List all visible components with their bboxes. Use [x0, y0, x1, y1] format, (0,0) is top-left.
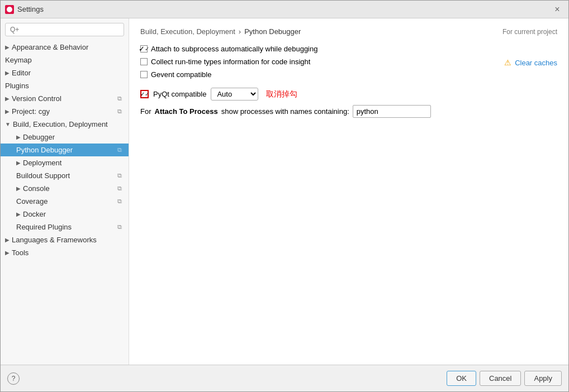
- settings-window: Settings × ▶ Appearance & Behavior Keyma…: [0, 0, 569, 392]
- attach-suffix: show processes with names containing:: [221, 107, 349, 116]
- sidebar-item-label: Appearance & Behavior: [12, 43, 88, 51]
- bottom-bar: ? OK Cancel Apply: [1, 365, 568, 391]
- clear-caches-link[interactable]: Clear caches: [515, 59, 557, 67]
- arrow-icon: ▶: [16, 211, 21, 217]
- window-title: Settings: [17, 5, 551, 13]
- sidebar-item-build-exec-deploy[interactable]: ▼ Build, Execution, Deployment: [1, 118, 129, 131]
- sidebar-item-label: Project: cgy: [12, 107, 50, 116]
- sidebar-item-label: Version Control: [12, 94, 61, 103]
- sidebar-item-coverage[interactable]: Coverage ⧉: [1, 195, 129, 208]
- collect-runtime-row: Collect run-time types information for c…: [140, 58, 317, 66]
- copy-icon: ⧉: [117, 108, 122, 115]
- sidebar-item-deployment[interactable]: ▶ Deployment: [1, 156, 129, 169]
- attach-subprocess-checkbox[interactable]: ✓: [140, 45, 148, 52]
- pyqt-checkbox[interactable]: ✓: [140, 90, 149, 98]
- sidebar-item-label: Docker: [23, 210, 46, 218]
- arrow-icon: ▶: [5, 70, 10, 76]
- sidebar-item-debugger[interactable]: ▶ Debugger: [1, 131, 129, 144]
- help-button[interactable]: ?: [7, 372, 20, 385]
- sidebar-item-label: Debugger: [23, 133, 55, 141]
- clear-caches-container: ⚠ Clear caches: [504, 45, 557, 67]
- sidebar-item-label: Keymap: [5, 56, 32, 64]
- copy-icon: ⧉: [117, 185, 122, 192]
- sidebar-item-label: Tools: [12, 248, 29, 257]
- sidebar-item-tools[interactable]: ▶ Tools: [1, 246, 129, 259]
- arrow-icon: ▶: [5, 108, 10, 114]
- sidebar-item-label: Languages & Frameworks: [12, 236, 97, 244]
- gevent-compatible-row: Gevent compatible: [140, 70, 317, 79]
- attach-subprocess-label[interactable]: ✓ Attach to subprocess automatically whi…: [140, 45, 317, 53]
- sidebar-item-label: Editor: [12, 69, 31, 77]
- breadcrumb: Build, Execution, Deployment › Python De…: [140, 27, 557, 36]
- pyqt-annotation: 取消掉勾: [266, 89, 297, 99]
- ok-button[interactable]: OK: [447, 371, 476, 386]
- sidebar-item-appearance[interactable]: ▶ Appearance & Behavior: [1, 41, 129, 54]
- cancel-button[interactable]: Cancel: [480, 371, 521, 386]
- settings-body: ✓ Attach to subprocess automatically whi…: [140, 45, 557, 356]
- sidebar-item-label: Coverage: [16, 197, 48, 205]
- sidebar-item-label: Buildout Support: [16, 171, 70, 180]
- app-icon: [5, 5, 14, 14]
- gevent-checkbox[interactable]: [140, 71, 148, 78]
- setting-rows-left: ✓ Attach to subprocess automatically whi…: [140, 45, 317, 83]
- pyqt-label: PyQt compatible: [153, 90, 206, 98]
- sidebar-item-label: Plugins: [5, 82, 29, 90]
- sidebar-item-label: Console: [23, 184, 50, 193]
- sidebar-item-buildout-support[interactable]: Buildout Support ⧉: [1, 169, 129, 182]
- collect-runtime-label[interactable]: Collect run-time types information for c…: [140, 58, 310, 66]
- svg-point-0: [7, 7, 12, 12]
- sidebar-item-label: Build, Execution, Deployment: [13, 120, 108, 128]
- gevent-text: Gevent compatible: [151, 70, 211, 79]
- close-button[interactable]: ×: [551, 3, 564, 16]
- arrow-icon: ▼: [5, 121, 11, 127]
- sidebar-item-python-debugger[interactable]: Python Debugger ⧉: [1, 144, 129, 156]
- attach-subprocess-row: ✓ Attach to subprocess automatically whi…: [140, 45, 317, 53]
- arrow-icon: ▶: [16, 185, 21, 192]
- breadcrumb-path1: Build, Execution, Deployment: [140, 27, 235, 36]
- arrow-icon: ▶: [16, 134, 21, 140]
- main-content: ▶ Appearance & Behavior Keymap ▶ Editor …: [1, 18, 568, 365]
- sidebar-item-plugins[interactable]: Plugins: [1, 79, 129, 92]
- sidebar: ▶ Appearance & Behavior Keymap ▶ Editor …: [1, 18, 129, 365]
- copy-icon: ⧉: [117, 146, 122, 154]
- copy-icon: ⧉: [117, 223, 122, 231]
- arrow-icon: ▶: [5, 250, 10, 256]
- search-box: [5, 23, 124, 36]
- sidebar-item-label: Required Plugins: [16, 223, 72, 231]
- sidebar-item-label: Python Debugger: [16, 146, 73, 154]
- search-input[interactable]: [5, 23, 124, 36]
- copy-icon: ⧉: [117, 198, 122, 205]
- sidebar-item-languages-frameworks[interactable]: ▶ Languages & Frameworks: [1, 233, 129, 246]
- sidebar-item-version-control[interactable]: ▶ Version Control ⧉: [1, 92, 129, 105]
- pyqt-compatible-row: ✓ PyQt compatible Auto PyQt4 PyQt5 取消掉勾: [140, 88, 557, 101]
- pyqt-dropdown[interactable]: Auto PyQt4 PyQt5: [211, 88, 258, 101]
- copy-icon: ⧉: [117, 95, 122, 102]
- breadcrumb-current: Python Debugger: [244, 27, 301, 36]
- warning-icon: ⚠: [504, 58, 511, 67]
- for-current-project: For current project: [502, 28, 557, 36]
- arrow-icon: ▶: [5, 237, 10, 243]
- process-name-input[interactable]: [353, 105, 431, 118]
- attach-subprocess-text: Attach to subprocess automatically while…: [151, 45, 317, 53]
- breadcrumb-arrow: ›: [239, 27, 241, 36]
- sidebar-item-keymap[interactable]: Keymap: [1, 54, 129, 66]
- sidebar-item-label: Deployment: [23, 159, 61, 167]
- gevent-label[interactable]: Gevent compatible: [140, 70, 211, 79]
- collect-runtime-checkbox[interactable]: [140, 58, 148, 65]
- sidebar-item-editor[interactable]: ▶ Editor: [1, 66, 129, 79]
- sidebar-item-docker[interactable]: ▶ Docker: [1, 208, 129, 221]
- sidebar-item-required-plugins[interactable]: Required Plugins ⧉: [1, 221, 129, 233]
- collect-runtime-text: Collect run-time types information for c…: [151, 58, 310, 66]
- sidebar-item-project[interactable]: ▶ Project: cgy ⧉: [1, 105, 129, 118]
- apply-button[interactable]: Apply: [524, 371, 562, 386]
- sidebar-item-console[interactable]: ▶ Console ⧉: [1, 182, 129, 195]
- arrow-icon: ▶: [5, 95, 10, 102]
- attach-bold: Attach To Process: [155, 107, 218, 116]
- arrow-icon: ▶: [5, 44, 10, 50]
- copy-icon: ⧉: [117, 172, 122, 179]
- right-panel: Build, Execution, Deployment › Python De…: [129, 18, 568, 365]
- arrow-icon: ▶: [16, 160, 21, 166]
- titlebar: Settings ×: [1, 1, 568, 18]
- attach-prefix: For: [140, 107, 151, 116]
- attach-process-row: For Attach To Process show processes wit…: [140, 105, 557, 118]
